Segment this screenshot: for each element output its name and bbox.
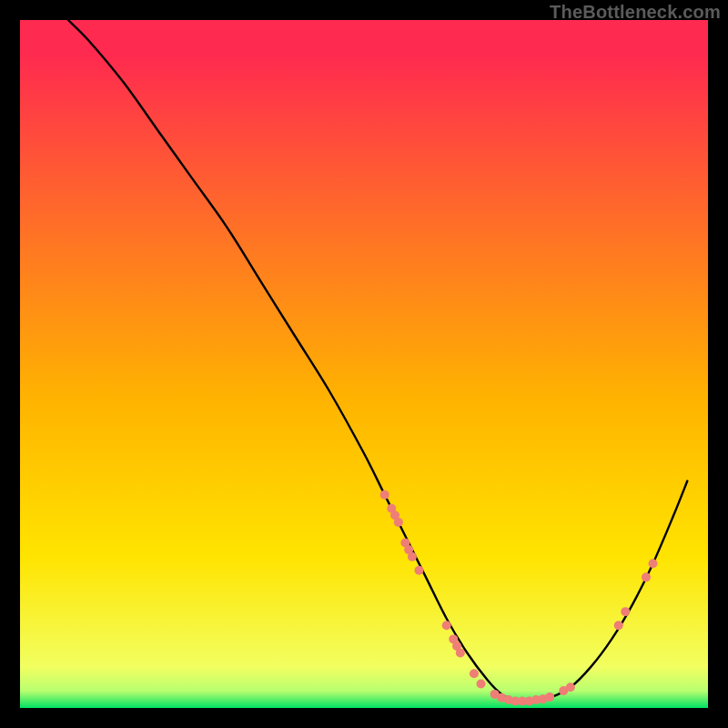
data-point	[394, 518, 403, 527]
figure-frame: TheBottleneck.com	[0, 0, 728, 728]
data-point	[642, 572, 651, 581]
data-point	[566, 682, 575, 692]
watermark: TheBottleneck.com	[550, 2, 721, 23]
data-point	[621, 607, 630, 616]
data-point	[477, 680, 486, 689]
data-point	[408, 552, 417, 561]
data-point	[414, 566, 423, 575]
data-point	[380, 490, 389, 500]
gradient-background	[20, 20, 708, 708]
plot-area	[20, 20, 708, 708]
data-point	[649, 559, 658, 568]
data-point	[442, 621, 451, 630]
chart-svg	[20, 20, 708, 708]
data-point	[545, 693, 554, 702]
data-point	[614, 621, 623, 630]
data-point	[456, 649, 465, 658]
data-point	[470, 669, 479, 678]
